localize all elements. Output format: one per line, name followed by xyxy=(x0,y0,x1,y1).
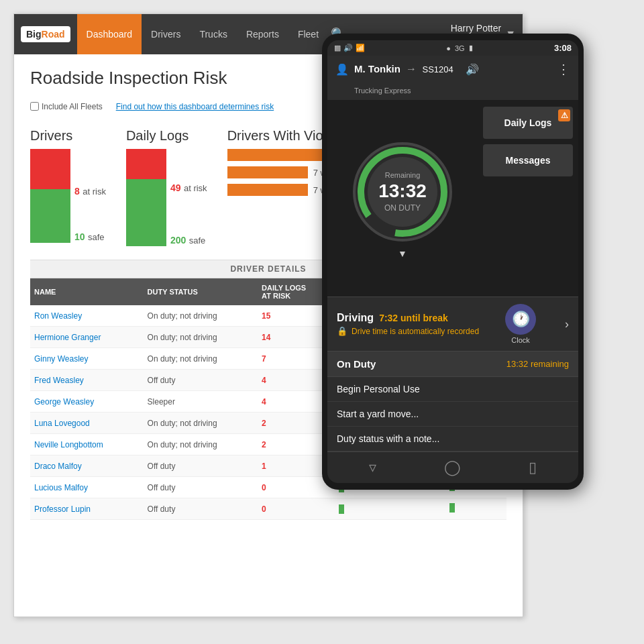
nav-item-reports[interactable]: Reports xyxy=(237,14,288,54)
drivers-bar-combo xyxy=(30,149,70,243)
driver-name-cell[interactable]: Ron Weasley xyxy=(30,305,144,327)
menu-item-personal-use[interactable]: Begin Personal Use xyxy=(327,377,578,402)
on-duty-remaining: 13:32 remaining xyxy=(506,359,569,369)
tablet-screen: ▩ 🔊 📶 ● 3G ▮ 3:08 👤 M. Tonkin → SS1204 🔊… xyxy=(327,40,578,483)
tablet-device: ▩ 🔊 📶 ● 3G ▮ 3:08 👤 M. Tonkin → SS1204 🔊… xyxy=(322,34,584,490)
driving-row: Driving 7:32 until break 🔒 Drive time is… xyxy=(337,304,569,344)
table-row: Professor LupinOff duty0 xyxy=(30,498,506,520)
clock-button[interactable]: 🕐 Clock xyxy=(505,304,536,344)
wifi-icon: 📶 xyxy=(356,44,365,52)
menu-item-yard-move[interactable]: Start a yard move... xyxy=(327,402,578,427)
violation-bar-1 xyxy=(227,149,335,161)
include-all-fleets-label: Include All Fleets xyxy=(42,102,103,111)
driver-name-link[interactable]: Professor Lupin xyxy=(34,504,91,514)
nav-item-trucks[interactable]: Trucks xyxy=(190,14,236,54)
duty-status-cell: Sleeper xyxy=(144,391,258,413)
daily-logs-section: Daily Logs 49 at risk 200 safe xyxy=(126,128,207,246)
menu-item-duty-note[interactable]: Duty status with a note... xyxy=(327,427,578,451)
tablet-buttons: Daily Logs ⚠ Messages xyxy=(478,100,578,297)
tablet-main: Remaining 13:32 ON DUTY ▼ Daily Logs ⚠ M… xyxy=(327,100,578,297)
speaker-icon[interactable]: 🔊 xyxy=(466,63,479,76)
driver-name-link[interactable]: George Weasley xyxy=(34,397,94,407)
more-menu-icon[interactable]: ⋮ xyxy=(557,61,570,77)
gauge-text: Remaining 13:32 ON DUTY xyxy=(378,171,427,213)
drivers-bars: 8 at risk 10 safe xyxy=(30,149,106,243)
volume-icon: 🔊 xyxy=(343,44,353,52)
daily-logs-labels: 49 at risk 200 safe xyxy=(170,182,207,246)
driving-bars-cell xyxy=(335,498,445,520)
driver-name-cell[interactable]: Ginny Weasley xyxy=(30,348,144,370)
daily-logs-button[interactable]: Daily Logs ⚠ xyxy=(483,107,573,139)
driver-name-cell[interactable]: Neville Longbottom xyxy=(30,434,144,455)
gauge-time: 13:32 xyxy=(378,180,427,202)
driver-name-cell[interactable]: George Weasley xyxy=(30,391,144,413)
status-bar: ▩ 🔊 📶 ● 3G ▮ 3:08 xyxy=(327,40,578,56)
include-all-fleets-input[interactable] xyxy=(30,102,39,111)
duty-status-cell: On duty; not driving xyxy=(144,327,258,348)
driver-person-icon: 👤 xyxy=(335,63,349,76)
duty-status-cell: Off duty xyxy=(144,498,258,520)
duty-status-cell: On duty; not driving xyxy=(144,434,258,455)
drivers-title: Drivers xyxy=(30,128,106,144)
chevron-right-icon[interactable]: › xyxy=(565,317,569,331)
nav-item-dashboard[interactable]: Dashboard xyxy=(77,14,142,54)
status-icons: ▩ 🔊 📶 xyxy=(334,44,365,52)
violation-bar-3 xyxy=(227,184,308,196)
driver-name-link[interactable]: Lucious Malfoy xyxy=(34,483,88,492)
duty-status-cell: Off duty xyxy=(144,370,258,391)
driver-name-link[interactable]: Ginny Weasley xyxy=(34,354,88,364)
include-all-fleets-checkbox[interactable]: Include All Fleets xyxy=(30,102,103,111)
drivers-bar-red xyxy=(30,149,70,189)
truck-id-tablet: SS1204 xyxy=(423,64,453,74)
nav-home-icon[interactable]: ◯ xyxy=(439,458,466,478)
battery-icon: ▮ xyxy=(469,44,473,52)
drivers-labels: 8 at risk 10 safe xyxy=(74,185,106,243)
for-cell xyxy=(445,498,506,520)
driver-name-link[interactable]: Luna Lovegood xyxy=(34,419,90,428)
logo-big: Big xyxy=(26,29,42,40)
driver-name-cell[interactable]: Fred Weasley xyxy=(30,370,144,391)
risk-link[interactable]: Find out how this dashboard determines r… xyxy=(116,102,274,111)
driver-name-link[interactable]: Hermione Granger xyxy=(34,333,101,342)
daily-logs-bars: 49 at risk 200 safe xyxy=(126,149,207,246)
daily-logs-bar-green xyxy=(126,179,166,246)
driver-name-cell[interactable]: Lucious Malfoy xyxy=(30,477,144,498)
driver-name-cell[interactable]: Hermione Granger xyxy=(30,327,144,348)
driver-name-cell[interactable]: Professor Lupin xyxy=(30,498,144,520)
duty-status-cell: On duty; not driving xyxy=(144,348,258,370)
driver-name-cell[interactable]: Luna Lovegood xyxy=(30,413,144,434)
driver-name-link[interactable]: Ron Weasley xyxy=(34,311,82,321)
driver-info-bar: 👤 M. Tonkin → SS1204 🔊 ⋮ xyxy=(327,56,578,83)
drivers-bar-green xyxy=(30,189,70,243)
tablet-bottom-nav: ▿ ◯ ▯ xyxy=(327,451,578,483)
drivers-at-risk-text: at risk xyxy=(83,186,106,197)
drivers-safe-text: safe xyxy=(88,232,105,242)
driving-sub-text: Drive time is automatically recorded xyxy=(352,327,479,336)
driving-time: 7:32 until break xyxy=(379,313,448,323)
at-risk-cell: 0 xyxy=(258,498,335,520)
location-icon: ● xyxy=(446,44,451,52)
logo-road: Road xyxy=(42,29,65,40)
driver-name-link[interactable]: Fred Weasley xyxy=(34,376,84,385)
driving-sub: 🔒 Drive time is automatically recorded xyxy=(337,326,479,336)
driver-name-group: M. Tonkin → SS1204 xyxy=(354,63,453,75)
driver-name-cell[interactable]: Draco Malfoy xyxy=(30,455,144,477)
nav-recent-icon[interactable]: ▯ xyxy=(519,458,546,478)
warning-badge: ⚠ xyxy=(558,109,570,121)
daily-logs-at-risk-label: 49 at risk xyxy=(170,182,207,194)
sim-icon: ▩ xyxy=(334,44,341,52)
daily-logs-safe-count: 200 xyxy=(170,235,186,246)
driver-name-link[interactable]: Draco Malfoy xyxy=(34,462,82,471)
driver-name-link[interactable]: Neville Longbottom xyxy=(34,440,103,449)
nav-item-drivers[interactable]: Drivers xyxy=(142,14,190,54)
daily-logs-title: Daily Logs xyxy=(126,128,207,144)
driving-status-bar: Driving 7:32 until break 🔒 Drive time is… xyxy=(327,297,578,351)
driving-info: Driving 7:32 until break 🔒 Drive time is… xyxy=(337,312,479,336)
duty-status-cell: On duty; not driving xyxy=(144,413,258,434)
duty-status-cell: On duty; not driving xyxy=(144,305,258,327)
daily-logs-safe-label: 200 safe xyxy=(170,234,207,246)
drivers-safe-count: 10 xyxy=(74,231,85,242)
clock-icon: 🕐 xyxy=(505,304,536,335)
messages-button[interactable]: Messages xyxy=(483,144,573,176)
nav-back-icon[interactable]: ▿ xyxy=(360,458,386,478)
